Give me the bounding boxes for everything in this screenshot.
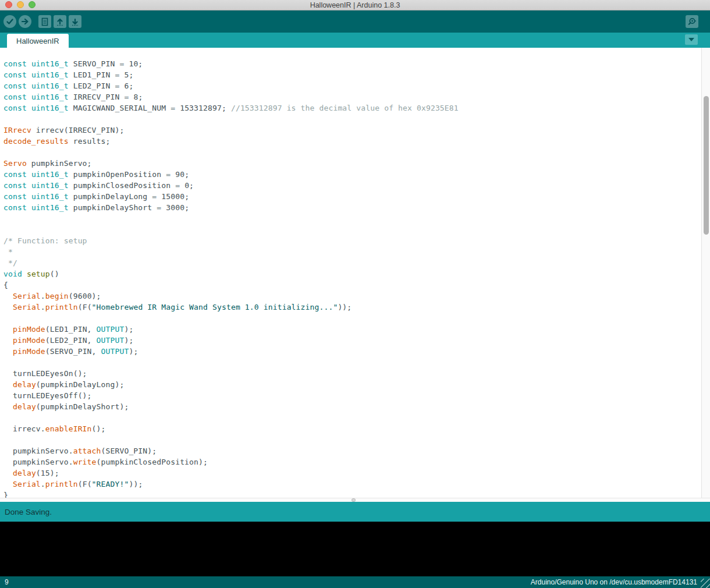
status-bar: Done Saving. <box>0 502 710 522</box>
arrow-down-icon <box>71 17 79 26</box>
code-line: */ <box>3 257 710 268</box>
editor-scrollbar-track[interactable] <box>701 48 710 498</box>
code-line: /* Function: setup <box>3 235 710 246</box>
code-line: pinMode(LED2_PIN, OUTPUT); <box>3 335 710 346</box>
code-line <box>3 412 710 423</box>
code-line <box>3 213 710 224</box>
code-line <box>3 114 710 125</box>
code-line <box>3 357 710 368</box>
verify-button[interactable] <box>3 15 16 28</box>
code-line: delay(15); <box>3 467 710 479</box>
code-line: const uint16_t LED1_PIN = 5; <box>3 69 710 80</box>
zoom-button[interactable] <box>29 1 36 8</box>
code-area: const uint16_t SERVO_PIN = 10;const uint… <box>0 48 710 498</box>
code-line: const uint16_t IRRECV_PIN = 8; <box>3 91 710 102</box>
code-line: Serial.println(F("Homebrewed IR Magic Wa… <box>3 302 710 313</box>
window-titlebar: HalloweenIR | Arduino 1.8.3 <box>0 0 710 10</box>
code-line: Servo pumpkinServo; <box>3 158 710 169</box>
tab-halloweenir[interactable]: HalloweenIR <box>7 34 69 48</box>
close-button[interactable] <box>5 1 12 8</box>
code-line: delay(pumpkinDelayShort); <box>3 401 710 412</box>
code-line: const uint16_t SERVO_PIN = 10; <box>3 58 710 69</box>
code-line: { <box>3 279 710 291</box>
code-editor[interactable]: const uint16_t SERVO_PIN = 10;const uint… <box>0 48 710 498</box>
divider-handle-icon[interactable] <box>352 498 356 502</box>
traffic-lights <box>5 1 36 8</box>
window-title: HalloweenIR | Arduino 1.8.3 <box>0 1 710 9</box>
code-line: const uint16_t pumpkinDelayShort = 3000; <box>3 202 710 213</box>
toolbar <box>0 10 710 33</box>
code-line <box>3 224 710 235</box>
current-line-indicator: 9 <box>5 578 9 586</box>
editor-scrollbar-thumb[interactable] <box>704 96 709 235</box>
tab-menu-button[interactable] <box>685 34 698 45</box>
code-line: decode_results results; <box>3 136 710 147</box>
code-line: IRrecv irrecv(IRRECV_PIN); <box>3 125 710 136</box>
code-line: pumpkinServo.write(pumpkinClosedPosition… <box>3 456 710 467</box>
resize-grip-icon[interactable] <box>701 579 710 588</box>
code-line <box>3 434 710 445</box>
code-line: } <box>3 490 710 498</box>
tab-label: HalloweenIR <box>16 37 59 45</box>
arrow-up-icon <box>56 17 64 26</box>
arrow-right-icon <box>21 17 29 26</box>
code-line: pumpkinServo.attach(SERVO_PIN); <box>3 445 710 456</box>
save-sketch-button[interactable] <box>69 15 81 28</box>
serial-monitor-button[interactable] <box>686 15 698 28</box>
code-line: const uint16_t pumpkinDelayLong = 15000; <box>3 191 710 202</box>
status-message: Done Saving. <box>5 508 52 516</box>
code-line: const uint16_t LED2_PIN = 6; <box>3 80 710 91</box>
code-line <box>3 147 710 158</box>
editor-console-divider[interactable] <box>0 498 710 502</box>
code-line: const uint16_t MAGICWAND_SERIAL_NUM = 15… <box>3 102 710 114</box>
code-line: irrecv.enableIRIn(); <box>3 423 710 434</box>
code-line: pinMode(LED1_PIN, OUTPUT); <box>3 324 710 335</box>
minimize-button[interactable] <box>17 1 24 8</box>
tab-bar: HalloweenIR <box>0 33 710 48</box>
code-line <box>3 313 710 324</box>
code-line: Serial.begin(9600); <box>3 291 710 302</box>
document-icon <box>41 17 49 26</box>
code-line: * <box>3 246 710 257</box>
chevron-down-icon <box>688 38 694 41</box>
code-line: const uint16_t pumpkinClosedPosition = 0… <box>3 180 710 191</box>
console-output <box>0 522 710 576</box>
code-line: pinMode(SERVO_PIN, OUTPUT); <box>3 346 710 357</box>
board-port-info: Arduino/Genuino Uno on /dev/cu.usbmodemF… <box>531 578 697 586</box>
code-line: turnLEDEyesOn(); <box>3 368 710 379</box>
code-line: Serial.println(F("READY!")); <box>3 479 710 490</box>
code-line: void setup() <box>3 268 710 279</box>
upload-button[interactable] <box>19 15 31 28</box>
code-line: turnLEDEyesOff(); <box>3 390 710 401</box>
code-line: const uint16_t pumpkinOpenPosition = 90; <box>3 169 710 180</box>
footer-bar: 9 Arduino/Genuino Uno on /dev/cu.usbmode… <box>0 576 710 588</box>
open-sketch-button[interactable] <box>54 15 66 28</box>
check-icon <box>6 17 14 26</box>
new-sketch-button[interactable] <box>38 15 51 28</box>
magnifier-icon <box>687 17 697 26</box>
code-line: delay(pumpkinDelayLong); <box>3 379 710 390</box>
